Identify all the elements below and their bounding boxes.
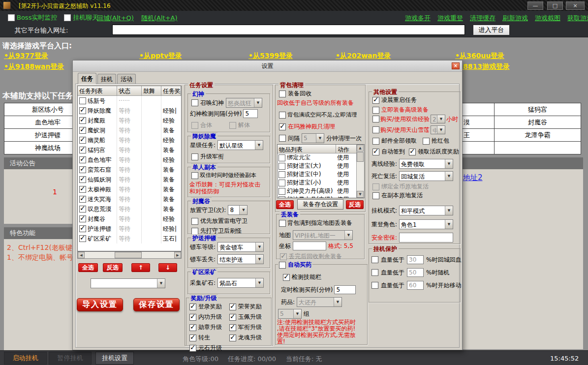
coord-input[interactable] xyxy=(293,242,326,250)
column-header[interactable]: 鼓舞 xyxy=(142,86,161,96)
offline-combobox[interactable]: 免费领取▼ xyxy=(399,159,453,169)
item-checkbox[interactable] xyxy=(279,188,285,195)
bg-table-row[interactable]: 猛犸宫 xyxy=(494,103,581,116)
table-row[interactable]: 蛮荒石窟 等待 装备 xyxy=(78,165,181,175)
column-header[interactable]: 任务奖励 xyxy=(161,86,181,96)
double-exp-dungeon-checkbox[interactable]: 双倍时间时做经验副本 xyxy=(191,172,256,179)
table-row[interactable]: 叹息荒漠 等待 装备 xyxy=(78,204,181,214)
tab-task[interactable]: 任务 xyxy=(78,73,96,84)
double-exp-combobox[interactable]: 2▼ xyxy=(431,115,445,123)
move-down-button[interactable]: ↓ xyxy=(158,263,177,272)
death-combobox[interactable]: 回城复活▼ xyxy=(399,171,453,181)
chevron-down-icon[interactable]: ▼ xyxy=(344,231,352,240)
reward-checkbox-item[interactable]: 登录奖励 xyxy=(189,303,229,311)
recycle-rest-checkbox[interactable]: 丢完后回收剩余装备 xyxy=(280,252,342,261)
checkbox[interactable] xyxy=(229,324,236,331)
list-item[interactable]: 幻神灵力丹(高级) 使用 xyxy=(278,187,357,195)
column-header[interactable]: 任务列表 xyxy=(78,86,117,96)
select-all-button[interactable]: 全选 xyxy=(78,263,98,272)
checkbox[interactable] xyxy=(423,138,430,145)
game-action-link[interactable]: 游戏截图 xyxy=(535,14,560,23)
list-item[interactable]: 幻神灵力丹(中级) 使用 xyxy=(278,195,357,198)
bag-invert-button[interactable]: 反选 xyxy=(346,200,364,209)
task-checkbox[interactable] xyxy=(79,186,86,193)
detect-skillbar-checkbox[interactable]: 检测技能栏 xyxy=(283,273,321,281)
item-checkbox[interactable] xyxy=(279,163,285,170)
scroll-down-icon[interactable]: ▼ xyxy=(357,191,364,198)
task-checkbox[interactable] xyxy=(79,137,86,144)
reward-checkbox-item[interactable]: 元石升级 xyxy=(189,344,229,352)
hang-chat-checkbox[interactable]: 挂机聊天 xyxy=(64,13,98,22)
storage-settings-button[interactable]: 装备存仓设置 xyxy=(297,199,343,210)
table-row[interactable]: 迷失冥海 等待 装备 xyxy=(78,194,181,204)
hp-protect-row[interactable]: 血量低于 30 %时回城回血 xyxy=(371,253,461,266)
checkbox[interactable] xyxy=(64,14,71,21)
checkbox[interactable] xyxy=(409,149,416,155)
task-checkbox[interactable] xyxy=(79,225,86,232)
reward-checkbox-item[interactable]: 转生 xyxy=(189,334,229,342)
timer-input[interactable]: 5 xyxy=(334,285,356,294)
scrollbar-thumb[interactable] xyxy=(357,152,364,162)
column-header[interactable]: 状态 xyxy=(117,86,142,96)
task-checkbox[interactable] xyxy=(79,117,86,124)
reward-checkbox-item[interactable]: 内功升级 xyxy=(189,313,229,321)
snow-lotus-checkbox[interactable]: 购买/使用天山雪莲 中▼ xyxy=(372,125,445,134)
platform-link-9377[interactable]: •从9377登录 xyxy=(4,52,48,61)
lost-combobox[interactable]: 结束护送▼ xyxy=(217,254,264,264)
checkbox[interactable] xyxy=(371,269,378,276)
task-checkbox[interactable] xyxy=(79,215,86,222)
guard-combobox[interactable]: 8▼ xyxy=(228,205,248,215)
task-checkbox[interactable] xyxy=(79,147,86,153)
checkbox[interactable] xyxy=(279,135,286,142)
hp-protect-row[interactable]: 血量低于 50 %时随机 xyxy=(371,266,461,279)
double-exp-checkbox[interactable]: 购买/使用双倍经验 2▼ 小时 xyxy=(372,115,458,123)
merge-checkbox[interactable]: 合体 xyxy=(191,121,212,129)
column-header[interactable]: 动作 xyxy=(336,145,357,153)
pause-hang-button[interactable]: 暂停挂机 xyxy=(49,352,92,365)
chevron-down-icon[interactable]: ▼ xyxy=(437,126,445,134)
game-action-link[interactable]: 刷新游戏 xyxy=(502,14,528,23)
mail-all-checkbox[interactable]: 邮件全部领取 xyxy=(372,137,417,145)
cart-combobox[interactable]: 黄金镖车▼ xyxy=(217,242,264,252)
chevron-down-icon[interactable]: ▼ xyxy=(255,255,263,264)
checkbox[interactable] xyxy=(191,153,198,160)
relogin-combobox[interactable]: 角色1▼ xyxy=(399,219,453,229)
red-packet-checkbox[interactable]: 抢红包 xyxy=(423,137,449,145)
reward-checkbox-item[interactable]: 龙魂升级 xyxy=(229,334,269,342)
reward-checkbox-item[interactable]: 玉佩升级 xyxy=(229,313,269,321)
hp-threshold-input[interactable]: 60 xyxy=(407,281,424,290)
maximize-icon[interactable]: □ xyxy=(547,1,563,10)
game-action-link[interactable]: 游戏多开 xyxy=(405,14,431,23)
chevron-down-icon[interactable]: ▼ xyxy=(445,172,453,181)
import-settings-button[interactable]: 导入设置 xyxy=(77,298,123,311)
checkbox[interactable] xyxy=(372,183,379,190)
column-header[interactable]: 物品列表 xyxy=(278,145,336,153)
vertical-scrollbar[interactable]: ▲ ▼ xyxy=(356,145,364,198)
reward-checkbox-item[interactable]: 勋章升级 xyxy=(189,323,229,332)
rank-upgrade-checkbox[interactable]: 升级军衔 xyxy=(191,152,224,161)
split-checkbox[interactable]: 解体 xyxy=(229,121,250,129)
url-input[interactable] xyxy=(112,25,465,35)
platform-link-9188wan[interactable]: •从9188wan登录 xyxy=(4,62,64,71)
checkbox[interactable] xyxy=(189,345,196,352)
chevron-down-icon[interactable]: ▼ xyxy=(255,141,263,150)
interval-combobox[interactable]: 5▼ xyxy=(302,133,324,143)
checkbox[interactable] xyxy=(191,172,198,179)
checkbox[interactable] xyxy=(372,107,379,114)
checkbox[interactable] xyxy=(229,304,236,310)
sign-in-checkbox[interactable]: 自动签到 xyxy=(372,148,405,156)
checkbox[interactable] xyxy=(371,282,378,289)
table-row[interactable]: 猛犸宫 等待 装备 xyxy=(78,145,181,155)
mode-combobox[interactable]: 和平模式▼ xyxy=(399,206,453,215)
list-item[interactable]: 招财进宝(大) 使用 xyxy=(278,162,357,170)
game-action-link[interactable]: 清理缓存 xyxy=(470,14,495,23)
hang-settings-button[interactable]: 挂机设置 xyxy=(95,352,134,365)
phantom-interval-input[interactable]: 5 xyxy=(243,109,258,118)
checkbox[interactable] xyxy=(279,220,286,227)
table-row[interactable]: 练新号 ······ xyxy=(78,96,181,106)
phantom-combobox[interactable]: 怒炎战狂▼ xyxy=(226,98,262,108)
bg-table-row[interactable]: 封魔谷 xyxy=(494,116,581,129)
auto-buy-checkbox[interactable]: 自动买药 xyxy=(278,261,312,269)
checkbox[interactable] xyxy=(279,112,286,119)
restart-checkbox[interactable]: 凌晨重启任务 xyxy=(372,96,417,104)
